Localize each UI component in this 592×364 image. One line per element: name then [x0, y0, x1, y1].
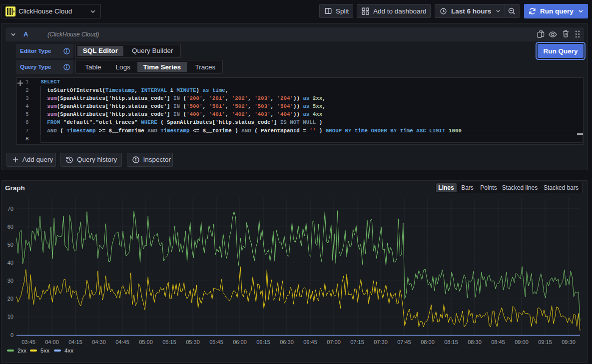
svg-text:04:15: 04:15	[68, 339, 82, 345]
svg-text:06:15: 06:15	[256, 339, 270, 345]
svg-text:09:15: 09:15	[538, 339, 552, 345]
svg-text:09:30: 09:30	[562, 339, 576, 345]
svg-text:04:45: 04:45	[115, 339, 129, 345]
svg-text:70: 70	[7, 206, 13, 212]
svg-text:07:45: 07:45	[397, 339, 411, 345]
svg-text:05:15: 05:15	[162, 339, 176, 345]
svg-text:04:30: 04:30	[92, 339, 106, 345]
svg-text:0: 0	[10, 332, 13, 338]
svg-text:09:00: 09:00	[515, 339, 529, 345]
svg-text:40: 40	[7, 260, 13, 266]
svg-text:05:30: 05:30	[186, 339, 200, 345]
svg-text:05:00: 05:00	[139, 339, 153, 345]
svg-text:05:45: 05:45	[209, 339, 223, 345]
svg-text:07:00: 07:00	[327, 339, 341, 345]
svg-text:50: 50	[7, 242, 13, 248]
svg-text:06:30: 06:30	[280, 339, 294, 345]
svg-text:30: 30	[7, 278, 13, 284]
svg-text:10: 10	[7, 314, 13, 320]
svg-text:08:00: 08:00	[421, 339, 435, 345]
svg-text:06:45: 06:45	[303, 339, 317, 345]
svg-text:08:45: 08:45	[491, 339, 505, 345]
svg-text:07:30: 07:30	[374, 339, 388, 345]
svg-text:06:00: 06:00	[233, 339, 247, 345]
svg-text:08:30: 08:30	[468, 339, 482, 345]
svg-text:60: 60	[7, 224, 13, 230]
svg-text:04:00: 04:00	[45, 339, 59, 345]
svg-text:08:15: 08:15	[444, 339, 458, 345]
svg-text:07:15: 07:15	[350, 339, 364, 345]
svg-text:03:45: 03:45	[21, 339, 35, 345]
svg-text:20: 20	[7, 296, 13, 302]
